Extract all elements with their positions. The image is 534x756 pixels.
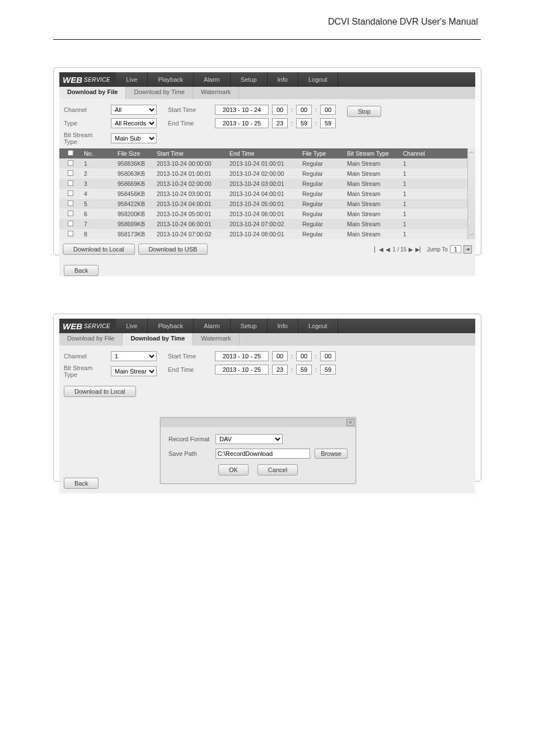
- ok-button[interactable]: OK: [218, 464, 249, 475]
- cell-size: 958669KB: [115, 180, 154, 187]
- cell-size: 958200KB: [115, 211, 154, 217]
- bitstream-select[interactable]: Main Stream: [111, 366, 157, 376]
- cancel-button[interactable]: Cancel: [257, 464, 298, 475]
- row-checkbox[interactable]: [68, 231, 73, 236]
- cell-start: 2013-10-24 06:00:01: [154, 221, 227, 227]
- row-checkbox[interactable]: [68, 160, 73, 166]
- nav-logout[interactable]: Logout: [298, 72, 338, 87]
- end-h-input[interactable]: [272, 365, 288, 375]
- cell-stream: Main Stream: [345, 200, 401, 207]
- stop-button[interactable]: Stop: [347, 106, 381, 117]
- pager-last-icon[interactable]: ▶▏: [415, 246, 424, 253]
- table-row[interactable]: 1958836KB2013-10-24 00:00:002013-10-24 0…: [59, 158, 475, 169]
- table-row[interactable]: 6958200KB2013-10-24 05:00:012013-10-24 0…: [59, 209, 475, 219]
- end-m-input[interactable]: [296, 118, 312, 128]
- cell-channel: 1: [401, 231, 440, 237]
- pager-go-icon[interactable]: ➜: [463, 245, 472, 254]
- end-date-input[interactable]: [215, 118, 269, 128]
- cell-stream: Main Stream: [345, 160, 401, 167]
- save-path-input[interactable]: [216, 449, 311, 459]
- close-icon[interactable]: ×: [346, 419, 354, 426]
- tab-download-by-file[interactable]: Download by File: [59, 333, 123, 346]
- scroll-up-icon[interactable]: ︿: [468, 148, 475, 156]
- table-row[interactable]: 7958699KB2013-10-24 06:00:012013-10-24 0…: [59, 219, 475, 229]
- start-h-input[interactable]: [272, 351, 288, 361]
- jump-input[interactable]: [450, 245, 461, 253]
- col-start: Start Time: [154, 150, 227, 157]
- cell-no: 1: [82, 160, 115, 167]
- start-m-input[interactable]: [296, 351, 312, 361]
- row-checkbox[interactable]: [68, 200, 73, 206]
- pager-prev-icon[interactable]: ◀: [386, 246, 390, 253]
- browse-button[interactable]: Browse: [315, 449, 348, 459]
- back-button[interactable]: Back: [64, 265, 99, 276]
- start-time-label: Start Time: [168, 353, 212, 360]
- table-row[interactable]: 4958456KB2013-10-24 03:00:012013-10-24 0…: [59, 189, 475, 199]
- row-checkbox[interactable]: [68, 221, 73, 226]
- start-s-input[interactable]: [320, 105, 336, 115]
- end-time-label: End Time: [168, 366, 212, 373]
- end-s-input[interactable]: [320, 365, 336, 375]
- nav-alarm[interactable]: Alarm: [194, 72, 231, 87]
- channel-select[interactable]: 1: [111, 351, 157, 361]
- start-m-input[interactable]: [296, 105, 312, 115]
- cell-channel: 1: [401, 180, 440, 187]
- end-s-input[interactable]: [320, 118, 336, 128]
- nav-info[interactable]: Info: [268, 72, 298, 87]
- nav-setup[interactable]: Setup: [231, 319, 268, 333]
- nav-setup[interactable]: Setup: [231, 72, 268, 87]
- download-to-usb-button[interactable]: Download to USB: [138, 244, 208, 255]
- back-button[interactable]: Back: [64, 478, 99, 489]
- nav-live[interactable]: Live: [116, 72, 148, 87]
- table-footer: Download to Local Download to USB ▏◀ ◀ 1…: [59, 239, 475, 255]
- start-date-input[interactable]: [215, 105, 269, 115]
- tab-download-by-file[interactable]: Download by File: [59, 87, 126, 99]
- tab-watermark[interactable]: Watermark: [193, 333, 239, 346]
- nav-info[interactable]: Info: [268, 319, 298, 333]
- type-select[interactable]: All Records: [111, 118, 157, 128]
- download-to-local-button[interactable]: Download to Local: [63, 244, 135, 255]
- pager-next-icon[interactable]: ▶: [409, 246, 413, 253]
- start-h-input[interactable]: [272, 105, 288, 115]
- table-row[interactable]: 8958173KB2013-10-24 07:00:022013-10-24 0…: [59, 229, 475, 239]
- cell-type: Regular: [300, 180, 345, 187]
- tab-download-by-time[interactable]: Download by Time: [123, 333, 193, 346]
- nav-playback[interactable]: Playback: [148, 319, 194, 333]
- scroll-down-icon[interactable]: ﹀: [468, 232, 475, 239]
- record-format-select[interactable]: DAV: [216, 434, 283, 444]
- row-checkbox[interactable]: [68, 190, 73, 196]
- cell-start: 2013-10-24 01:00:01: [154, 170, 227, 177]
- pager-text: 1 / 15: [392, 246, 406, 253]
- start-s-input[interactable]: [320, 351, 336, 361]
- channel-select[interactable]: All: [111, 105, 157, 115]
- nav-fill: [338, 319, 475, 333]
- cell-channel: 1: [401, 160, 440, 167]
- end-m-input[interactable]: [296, 365, 312, 375]
- cell-channel: 1: [401, 221, 440, 227]
- end-h-input[interactable]: [272, 118, 288, 128]
- table-row[interactable]: 2958063KB2013-10-24 01:00:012013-10-24 0…: [59, 169, 475, 179]
- cell-end: 2013-10-24 02:00:00: [227, 170, 300, 177]
- nav-logout[interactable]: Logout: [298, 319, 338, 333]
- row-checkbox[interactable]: [68, 211, 73, 216]
- col-no: No.: [82, 150, 115, 157]
- tab-download-by-time[interactable]: Download by Time: [126, 87, 193, 99]
- cell-end: 2013-10-24 04:00:01: [227, 190, 300, 197]
- cell-stream: Main Stream: [345, 190, 401, 197]
- select-all-checkbox[interactable]: [68, 150, 73, 156]
- nav-alarm[interactable]: Alarm: [194, 319, 231, 333]
- cell-stream: Main Stream: [345, 211, 401, 217]
- start-date-input[interactable]: [215, 351, 269, 361]
- nav-playback[interactable]: Playback: [148, 72, 194, 87]
- download-to-local-button[interactable]: Download to Local: [64, 386, 136, 397]
- tab-watermark[interactable]: Watermark: [193, 87, 239, 99]
- end-date-input[interactable]: [215, 365, 269, 375]
- table-row[interactable]: 5958422KB2013-10-24 04:00:012013-10-24 0…: [59, 199, 475, 209]
- bitstream-select[interactable]: Main Sub: [111, 133, 157, 143]
- vertical-scrollbar[interactable]: ︿ ﹀: [467, 148, 475, 239]
- nav-live[interactable]: Live: [116, 319, 148, 333]
- pager-first-icon[interactable]: ▏◀: [374, 246, 383, 253]
- table-row[interactable]: 3958669KB2013-10-24 02:00:002013-10-24 0…: [59, 179, 475, 189]
- row-checkbox[interactable]: [68, 180, 73, 186]
- row-checkbox[interactable]: [68, 170, 73, 176]
